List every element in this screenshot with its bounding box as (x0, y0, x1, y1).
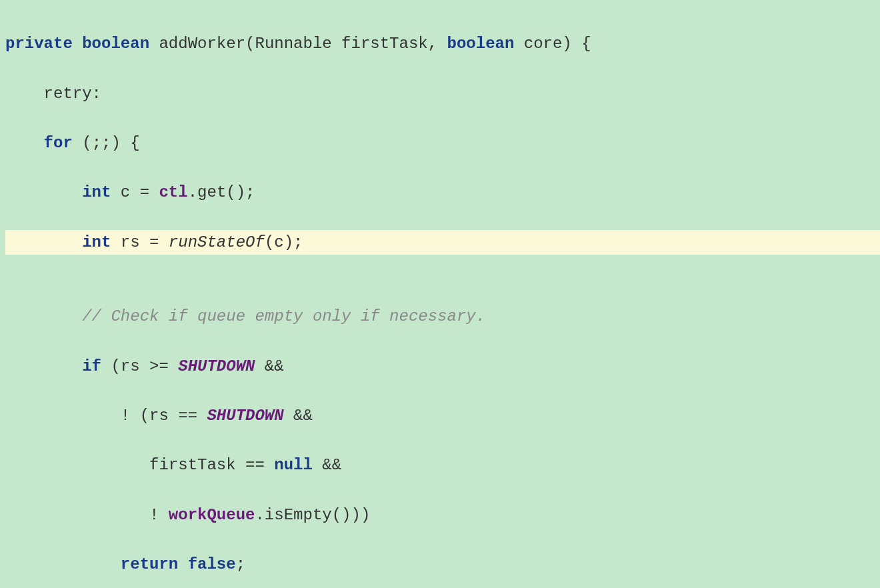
code-line: private boolean addWorker(Runnable first… (5, 31, 880, 56)
highlighted-line: int rs = runStateOf(c); (5, 230, 880, 255)
keyword: boolean (447, 35, 515, 53)
keyword: int (82, 183, 111, 201)
keyword: null (274, 456, 313, 474)
constant: SHUTDOWN (178, 357, 255, 375)
keyword: if (82, 357, 101, 375)
code-line: for (;;) { (5, 131, 880, 155)
code-line: // Check if queue empty only if necessar… (5, 304, 880, 329)
code-line: ! (rs == SHUTDOWN && (5, 403, 880, 428)
code-block: private boolean addWorker(Runnable first… (0, 0, 880, 588)
code-line: if (rs >= SHUTDOWN && (5, 354, 880, 379)
code-line: return false; (5, 552, 880, 577)
code-line: ! workQueue.isEmpty())) (5, 503, 880, 527)
keyword: int (82, 233, 111, 251)
constant: SHUTDOWN (207, 407, 283, 425)
field: ctl (159, 183, 187, 201)
field: workQueue (169, 506, 255, 524)
code-line: firstTask == null && (5, 453, 880, 477)
comment: // Check if queue empty only if necessar… (82, 307, 485, 325)
code-line: retry: (5, 81, 880, 106)
keyword: private boolean (5, 35, 149, 53)
keyword: return false (121, 555, 236, 573)
keyword: for (44, 134, 73, 152)
method: runStateOf (169, 233, 265, 251)
code-line: int c = ctl.get(); (5, 180, 880, 205)
